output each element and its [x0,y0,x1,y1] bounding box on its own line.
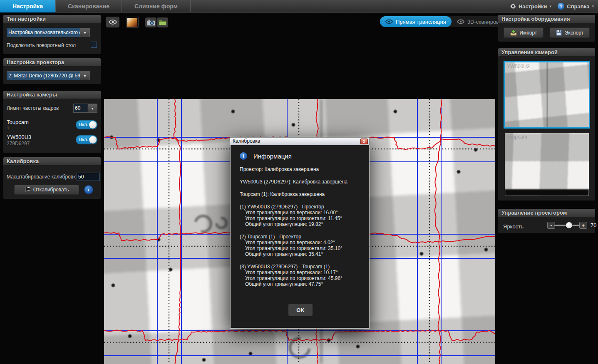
settings-menu[interactable]: Настройки ▾ [510,0,551,12]
import-icon [510,30,517,36]
dialog-title: Калибровка [233,138,260,144]
help-menu[interactable]: ? Справка ▾ [558,0,594,12]
chevron-down-icon: ▾ [80,28,89,37]
projector-control-header: Управление проектором [498,209,595,217]
eye-icon [109,19,117,25]
calibration-scale-input[interactable]: 50 [77,173,100,181]
brightness-plus-button[interactable]: + [579,222,587,229]
camera-name: Toupcam [7,119,29,125]
calibration-info-button[interactable]: i [84,185,93,194]
projector-dropdown-value: 2: MStar Demo (1280x720 @ 59Hz [7,72,80,80]
close-icon[interactable]: x [360,139,368,144]
result-line: Угол триангуляции по горизонтали: 35.10° [240,245,369,251]
top-bar: Настройка Сканирование Слияние форм Наст… [0,0,598,12]
chevron-down-icon: ▾ [592,4,594,8]
gear-icon [510,3,516,9]
camera-control-header: Управление камерой [498,48,595,56]
camera-toggle-yw500u3[interactable]: Вкл. [76,135,97,144]
projector-setup-header: Настройка проектора [3,58,101,66]
equipment-header: Настройка оборудования [498,15,595,23]
import-button[interactable]: Импорт [504,27,543,38]
turntable-checkbox[interactable] [91,42,97,48]
toggle-state-label: Вкл. [79,122,88,127]
show-live-view-button[interactable] [106,17,119,27]
status-line: YW500U3 (279D6297): Калибровка завершена [240,179,369,185]
export-button[interactable]: Экспорт [550,27,590,38]
result-line: Угол триангуляции по горизонтали: 11.45° [240,215,369,221]
preview-label: YW500U3 [507,64,530,69]
application-window: Настройка Сканирование Слияние форм Наст… [0,0,598,364]
calibration-scale-label: Масштабирование калибровк [7,174,77,180]
toggle-state-label: Вкл. [79,137,88,142]
dialog-body: i Информация Проектор: Калибровка заверш… [230,145,370,329]
result-block: (2) Toupcam (1) - Проектор Угол триангул… [240,234,369,257]
camera-setup-header: Настройка камеры [3,91,101,99]
dialog-title-bar[interactable]: Калибровка x [230,137,370,145]
eye-icon [385,19,393,24]
camera-preview-toupcam[interactable]: Toupcam [505,133,589,196]
toggle-knob [89,121,97,129]
setup-type-dropdown-value: Настройка пользовательского структ [7,28,80,37]
folder-icon [159,20,166,25]
result-line: Угол триангуляции по вертикали: 16.00° [240,210,369,215]
open-folder-button[interactable] [157,17,168,27]
projector-dropdown[interactable]: 2: MStar Demo (1280x720 @ 59Hz ▾ [7,71,90,80]
status-line: Toupcam (1): Калибровка завершена [240,191,369,197]
brightness-value: 70 [591,222,596,228]
toggle-knob [89,136,97,144]
result-line: Угол триангуляции по горизонтали: 45.96° [240,275,369,281]
calibration-header: Калибровка [3,157,101,165]
eye-icon [457,19,464,24]
tab-scanning[interactable]: Сканирование [55,0,122,12]
camera-toggle-toupcam[interactable]: Вкл. [76,120,97,129]
camera-setup-panel: Настройка камеры Лимит частоты кадров 60… [3,91,101,153]
preview-seam [547,62,548,127]
result-line: Общий угол триангуляции: 19.82° [240,221,369,227]
camera-control-panel: Управление камерой YW500U3 Toupcam [498,48,595,201]
tab-mesh-merge-label: Слияние форм [134,3,178,10]
camera-icon [147,19,155,26]
export-button-label: Экспорт [565,30,583,36]
pattern-image-button[interactable] [127,17,138,27]
chevron-down-icon: ▾ [549,4,551,8]
ok-button[interactable]: OK [288,304,313,316]
calibrate-button-label: Откалибровать [33,187,69,193]
status-line: Проектор: Калибровка завершена [240,166,369,172]
camera-id: 1 [7,126,10,131]
result-line: Общий угол триангуляции: 35.41° [240,251,369,257]
tab-mesh-merge[interactable]: Слияние форм [122,0,191,12]
result-block: (1) YW500U3 (279D6297) - Проектор Угол т… [240,204,369,227]
save-floppy-icon [556,30,562,36]
tab-setup[interactable]: Настройка [0,0,55,12]
live-view-label: Прямая трансляция [396,19,446,25]
fps-dropdown[interactable]: 60 ▾ [73,104,97,113]
fps-label: Лимит частоты кадров [7,105,59,111]
projector-control-panel: Управление проектором Яркость - + 70 [498,209,595,233]
result-line: Общий угол триангуляции: 47.75° [240,281,369,287]
result-block: (3) YW500U3 (279D6297) - Toupcam (1) Уго… [240,264,369,287]
brightness-slider-track[interactable] [554,225,580,226]
result-line: Угол триангуляции по вертикали: 4.02° [240,240,369,245]
turntable-label: Подключить поворотный стол [7,42,76,48]
calibration-panel: Калибровка Масштабирование калибровк 50 … [3,157,101,199]
import-button-label: Импорт [520,30,537,36]
live-view-button[interactable]: Прямая трансляция [380,16,452,27]
dialog-heading-row: i Информация [240,152,369,160]
brightness-slider-knob[interactable] [566,222,572,228]
result-line: Угол триангуляции по вертикали: 10.17° [240,270,369,275]
setup-type-dropdown[interactable]: Настройка пользовательского структ ▾ [7,28,90,37]
camera-preview-yw500u3[interactable]: YW500U3 [504,61,590,129]
calibrate-button[interactable]: Откалибровать [14,185,79,195]
help-menu-label: Справка [567,3,589,10]
snapshot-camera-button[interactable] [145,17,156,27]
info-icon: i [240,152,247,160]
preview-label: Toupcam [507,134,527,140]
preview-image [505,133,589,196]
checkerboard-flag-icon [25,187,30,193]
tab-setup-label: Настройка [12,3,43,10]
result-title: (3) YW500U3 (279D6297) - Toupcam (1) [240,264,369,270]
camera-name: YW500U3 [7,134,31,140]
brightness-slider: - + 70 [547,222,596,229]
chevron-down-icon: ▾ [80,72,89,80]
settings-menu-label: Настройки [519,3,547,10]
